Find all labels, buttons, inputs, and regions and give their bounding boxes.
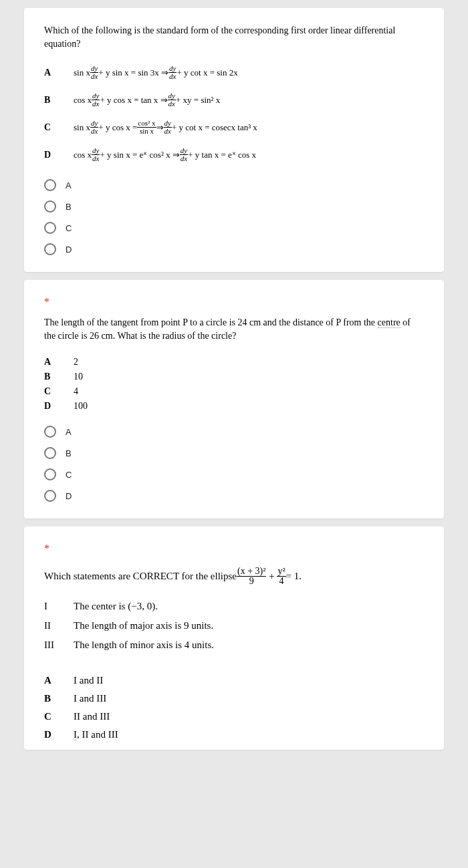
choice-row-c: C4 xyxy=(44,386,424,397)
eq-part: ⇒ xyxy=(156,122,164,133)
radio-label: A xyxy=(66,427,72,437)
question-text: Which statements are CORRECT for the ell… xyxy=(44,567,424,586)
fraction-dy-dx: dydx xyxy=(90,120,98,135)
choice-equation: sin x dydx + y sin x = sin 3x ⇒ dydx + y… xyxy=(74,65,424,80)
radio-label: B xyxy=(66,448,72,458)
stmt-label: III xyxy=(44,639,74,651)
ellipse-equation: (x + 3)²9 + y²4 = 1. xyxy=(237,567,302,586)
fraction-mid: cos² xsin x xyxy=(137,120,156,135)
radio-option-a[interactable]: A xyxy=(44,174,424,196)
fraction-dy-dx: dydx xyxy=(92,147,100,162)
fraction-dy-dx: dydx xyxy=(92,92,100,108)
statement-ii: IIThe length of major axis is 9 units. xyxy=(44,620,424,631)
answer-text: I and III xyxy=(74,693,106,704)
eq-part: sin x xyxy=(74,67,90,78)
choice-label: C xyxy=(44,122,74,133)
radio-label: C xyxy=(66,470,72,480)
radio-label: D xyxy=(66,245,72,255)
choice-label: A xyxy=(44,67,74,78)
stmt-text: The center is (−3, 0). xyxy=(74,601,158,612)
statement-iii: IIIThe length of minor axis is 4 units. xyxy=(44,639,424,651)
radio-option-b[interactable]: B xyxy=(44,442,424,464)
radio-icon xyxy=(44,243,56,255)
radio-option-d[interactable]: D xyxy=(44,239,424,260)
eq-part: cos x xyxy=(74,150,92,160)
radio-icon xyxy=(44,490,56,502)
stmt-text: The length of major axis is 9 units. xyxy=(74,620,213,631)
radio-label: B xyxy=(66,202,72,212)
question-card-1: Which of the following is the standard f… xyxy=(24,8,444,272)
fraction-dy-dx: dydx xyxy=(180,147,188,162)
choice-label: D xyxy=(44,150,74,160)
answer-text-part: II and III xyxy=(80,729,118,740)
question-text: Which of the following is the standard f… xyxy=(44,24,424,50)
choice-equation: cos x dydx + y cos x = tan x ⇒ dydx + xy… xyxy=(74,92,424,108)
answer-label: B xyxy=(44,693,74,704)
eq-part: + y sin x = eˣ cos² x ⇒ xyxy=(100,150,179,160)
eq-plus: + xyxy=(266,569,277,583)
choice-row-a: A sin x dydx + y sin x = sin 3x ⇒ dydx +… xyxy=(44,65,424,80)
answer-label: A xyxy=(44,675,74,686)
answer-label: D xyxy=(44,729,74,740)
answer-row-b: BI and III xyxy=(44,693,424,704)
answer-text: I, II and III xyxy=(74,729,118,740)
radio-option-c[interactable]: C xyxy=(44,464,424,485)
q-text-part: Which statements are CORRECT for the ell… xyxy=(44,569,237,583)
fraction: (x + 3)²9 xyxy=(237,567,266,586)
choice-equation: cos x dydx + y sin x = eˣ cos² x ⇒ dydx … xyxy=(74,147,424,162)
required-asterisk: * xyxy=(44,543,424,555)
choice-label: A xyxy=(44,357,74,368)
radio-option-a[interactable]: A xyxy=(44,421,424,442)
radio-label: D xyxy=(66,491,72,501)
radio-icon xyxy=(44,179,56,191)
radio-icon xyxy=(44,468,56,480)
eq-part: + y sin x = sin 3x ⇒ xyxy=(98,67,168,78)
choice-label: B xyxy=(44,372,74,382)
eq-tail: = 1. xyxy=(286,569,302,583)
radio-icon xyxy=(44,200,56,212)
question-card-2: * The length of the tangent from point P… xyxy=(24,280,444,519)
statement-i: IThe center is (−3, 0). xyxy=(44,601,424,612)
eq-part: + y cot x = sin 2x xyxy=(177,67,237,78)
choice-row-a: A2 xyxy=(44,357,424,368)
stmt-label: I xyxy=(44,601,74,612)
answer-label: C xyxy=(44,711,74,722)
answer-text: II and III xyxy=(74,711,110,722)
eq-part: cos x xyxy=(74,95,92,106)
radio-icon xyxy=(44,447,56,459)
fraction-dy-dx: dydx xyxy=(168,65,177,80)
radio-option-c[interactable]: C xyxy=(44,217,424,239)
radio-group: A B C D xyxy=(44,421,424,507)
eq-part: + xy = sin² x xyxy=(176,95,220,106)
choice-label: C xyxy=(44,386,74,397)
q-text-part: The length of the tangent from point P t… xyxy=(44,317,378,327)
radio-label: C xyxy=(66,223,72,233)
choice-row-b: B10 xyxy=(44,372,424,382)
fraction-dy-dx: dydx xyxy=(168,92,176,108)
radio-label: A xyxy=(66,180,72,190)
answer-row-a: AI and II xyxy=(44,675,424,686)
radio-option-d[interactable]: D xyxy=(44,485,424,507)
fraction-dy-dx: dydx xyxy=(164,120,172,135)
answer-row-c: CII and III xyxy=(44,711,424,722)
radio-option-b[interactable]: B xyxy=(44,196,424,217)
choice-equation: sin x dydx + y cos x = cos² xsin x ⇒ dyd… xyxy=(74,120,424,135)
choice-value: 4 xyxy=(74,386,78,397)
radio-icon xyxy=(44,426,56,438)
choice-label: B xyxy=(44,95,74,106)
choice-row-d: D100 xyxy=(44,401,424,412)
choice-label: D xyxy=(44,401,74,412)
inner-choices: A2 B10 C4 D100 xyxy=(44,357,424,412)
q-text-underlined: centre xyxy=(378,317,400,328)
eq-part: sin x xyxy=(74,122,90,133)
question-text: The length of the tangent from point P t… xyxy=(44,316,424,342)
answer-text: I and II xyxy=(74,675,103,686)
choice-row-c: C sin x dydx + y cos x = cos² xsin x ⇒ d… xyxy=(44,120,424,135)
radio-icon xyxy=(44,222,56,234)
choice-value: 10 xyxy=(74,372,83,382)
radio-group: A B C D xyxy=(44,174,424,260)
answer-row-d: DI, II and III xyxy=(44,729,424,740)
choice-row-d: D cos x dydx + y sin x = eˣ cos² x ⇒ dyd… xyxy=(44,147,424,162)
eq-part: + y cot x = cosecx tan³ x xyxy=(172,122,257,133)
fraction-dy-dx: dydx xyxy=(90,65,98,80)
